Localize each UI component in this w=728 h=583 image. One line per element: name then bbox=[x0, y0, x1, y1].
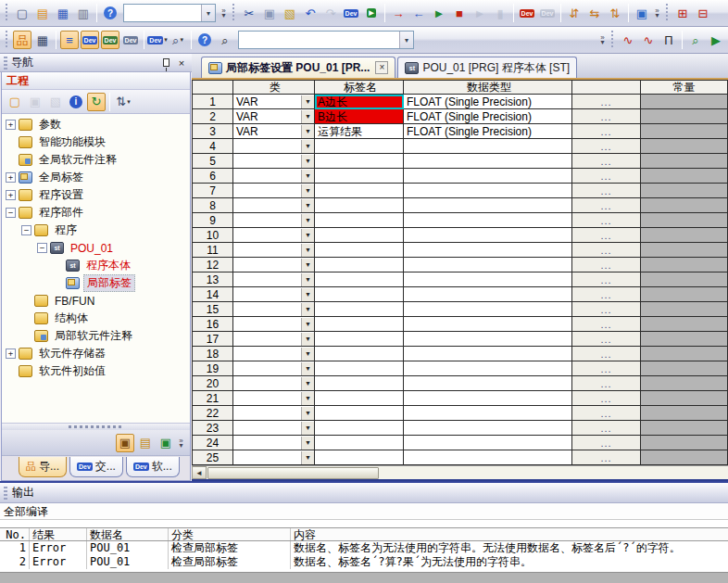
horizontal-scrollbar[interactable]: ◄ bbox=[192, 465, 728, 479]
class-dropdown-icon[interactable]: ▼ bbox=[301, 170, 314, 183]
paste-data-icon[interactable]: ▧ bbox=[46, 93, 65, 111]
data-type-cell[interactable] bbox=[404, 421, 572, 436]
class-dropdown-icon[interactable]: ▼ bbox=[301, 273, 314, 286]
class-cell[interactable]: ▼ bbox=[233, 376, 315, 391]
row-header[interactable]: 15 bbox=[193, 302, 233, 317]
pulse-trace-icon[interactable]: П bbox=[659, 31, 678, 49]
tree-item-program[interactable]: −程序 bbox=[2, 222, 190, 239]
toolbar-grip[interactable] bbox=[610, 31, 615, 49]
detail-button[interactable]: ... bbox=[572, 361, 641, 376]
data-type-cell[interactable] bbox=[404, 436, 572, 450]
class-dropdown-icon[interactable]: ▼ bbox=[301, 110, 314, 123]
class-cell[interactable]: VAR▼ bbox=[233, 95, 315, 109]
label-cell[interactable] bbox=[315, 347, 404, 361]
tree-item-label[interactable]: 参数 bbox=[36, 117, 64, 133]
data-type-cell[interactable] bbox=[404, 139, 572, 154]
detail-button[interactable]: ... bbox=[572, 169, 641, 184]
row-header[interactable]: 22 bbox=[193, 406, 233, 421]
chevron-down-icon[interactable]: ▾ bbox=[201, 5, 215, 21]
tree-item-program-setting[interactable]: +程序设置 bbox=[2, 186, 190, 204]
redo-icon[interactable]: ↷ bbox=[321, 4, 340, 22]
tree-item-local-device-comment[interactable]: 局部软元件注释 bbox=[2, 327, 190, 345]
detail-button[interactable]: ... bbox=[572, 243, 641, 258]
label-cell[interactable] bbox=[315, 421, 404, 436]
tree-item-label[interactable]: 局部标签 bbox=[83, 274, 135, 292]
row-header[interactable]: 10 bbox=[193, 228, 233, 243]
device-test-icon[interactable]: Dev bbox=[518, 4, 536, 22]
detail-button[interactable]: ... bbox=[572, 317, 641, 332]
tree-item-label[interactable]: 局部软元件注释 bbox=[52, 328, 135, 344]
row-header[interactable]: 1 bbox=[193, 95, 233, 109]
tree-item-pou-01[interactable]: −POU_01 bbox=[2, 239, 190, 257]
detail-button[interactable]: ... bbox=[572, 406, 641, 421]
detail-button[interactable]: ... bbox=[572, 109, 641, 124]
help-2-icon[interactable]: ? bbox=[195, 31, 214, 49]
class-cell[interactable]: ▼ bbox=[233, 213, 315, 228]
monitor-step-icon[interactable]: ▮ bbox=[491, 4, 509, 22]
toolbar1-overflow-2-icon[interactable]: »▾ bbox=[652, 3, 662, 23]
sort-data-icon[interactable]: ⇅▾ bbox=[114, 93, 132, 111]
detail-button[interactable]: ... bbox=[572, 450, 641, 465]
class-dropdown-icon[interactable]: ▼ bbox=[301, 437, 314, 450]
class-cell[interactable]: ▼ bbox=[233, 287, 315, 302]
detail-button[interactable]: ... bbox=[572, 302, 641, 317]
toolbar2-overflow-icon[interactable]: »▾ bbox=[597, 30, 608, 50]
label-cell[interactable]: B边长 bbox=[315, 109, 404, 124]
monitor-stop-icon[interactable]: ■ bbox=[450, 4, 469, 22]
watch-register-icon[interactable]: ▶ bbox=[707, 31, 725, 49]
new-data-icon[interactable]: ▢ bbox=[6, 93, 24, 111]
class-dropdown-icon[interactable]: ▼ bbox=[301, 125, 314, 138]
screen-display-icon[interactable]: ▣ bbox=[633, 4, 651, 22]
data-type-cell[interactable] bbox=[404, 258, 572, 272]
comment-display-icon[interactable]: ▤ bbox=[136, 434, 155, 452]
new-document-icon[interactable]: ▢ bbox=[13, 4, 31, 22]
class-cell[interactable]: ▼ bbox=[233, 406, 315, 421]
help-icon[interactable]: ? bbox=[101, 4, 119, 22]
panel-grip[interactable] bbox=[4, 487, 7, 500]
device-find-icon[interactable]: Dev bbox=[342, 4, 360, 22]
trace-setting-icon[interactable]: ∿ bbox=[619, 31, 637, 49]
insert-row-icon[interactable]: ⊞ bbox=[673, 4, 692, 22]
class-cell[interactable]: VAR▼ bbox=[233, 124, 315, 139]
data-type-cell[interactable] bbox=[404, 361, 572, 376]
detail-button[interactable]: ... bbox=[572, 213, 641, 228]
tree-item-local-label[interactable]: 局部标签 bbox=[2, 274, 190, 292]
row-header[interactable]: 19 bbox=[193, 361, 233, 376]
class-cell[interactable]: ▼ bbox=[233, 302, 315, 317]
detail-button[interactable]: ... bbox=[572, 258, 641, 272]
list-view-icon[interactable]: ≡ bbox=[60, 31, 79, 49]
class-cell[interactable]: ▼ bbox=[233, 436, 315, 450]
device-tree-display-icon[interactable]: Dev bbox=[121, 31, 140, 49]
label-cell[interactable] bbox=[315, 213, 404, 228]
monitor-start-icon[interactable]: ► bbox=[430, 4, 448, 22]
data-type-cell[interactable] bbox=[404, 184, 572, 198]
class-dropdown-icon[interactable]: ▼ bbox=[301, 348, 314, 361]
device-skip-icon[interactable]: Dev bbox=[538, 4, 557, 22]
tree-item-parameter[interactable]: +参数 bbox=[2, 116, 190, 133]
label-cell[interactable] bbox=[315, 332, 404, 347]
class-dropdown-icon[interactable]: ▼ bbox=[301, 422, 314, 435]
expander-icon[interactable]: + bbox=[6, 349, 16, 359]
document-tab-program-body[interactable]: POU_01 [PRG] 程序本体 [ST] bbox=[397, 57, 577, 78]
quick-access-combobox[interactable]: ▾ bbox=[123, 4, 216, 22]
scroll-left-icon[interactable]: ◄ bbox=[192, 466, 207, 479]
class-dropdown-icon[interactable]: ▼ bbox=[301, 333, 314, 346]
row-header[interactable]: 7 bbox=[193, 184, 233, 198]
label-cell[interactable] bbox=[315, 272, 404, 287]
read-from-plc-icon[interactable]: ← bbox=[409, 4, 428, 22]
data-type-cell[interactable] bbox=[404, 317, 572, 332]
label-cell[interactable] bbox=[315, 302, 404, 317]
data-type-cell[interactable] bbox=[404, 169, 572, 184]
panel-tab-device-list[interactable]: Dev软... bbox=[126, 457, 180, 477]
undo-icon[interactable]: ↶ bbox=[301, 4, 320, 22]
delete-row-icon[interactable]: ⊟ bbox=[694, 4, 712, 22]
class-dropdown-icon[interactable]: ▼ bbox=[301, 214, 314, 227]
expander-icon[interactable]: − bbox=[21, 225, 31, 235]
data-type-cell[interactable] bbox=[404, 302, 572, 317]
refresh-view-icon[interactable]: ↻ bbox=[87, 93, 106, 111]
label-cell[interactable] bbox=[315, 287, 404, 302]
tree-item-device-initial-value[interactable]: 软元件初始值 bbox=[2, 362, 190, 380]
tree-item-fb-fun[interactable]: FB/FUN bbox=[2, 292, 190, 310]
detail-button[interactable]: ... bbox=[572, 228, 641, 243]
save-project-icon[interactable]: ▦ bbox=[54, 4, 72, 22]
